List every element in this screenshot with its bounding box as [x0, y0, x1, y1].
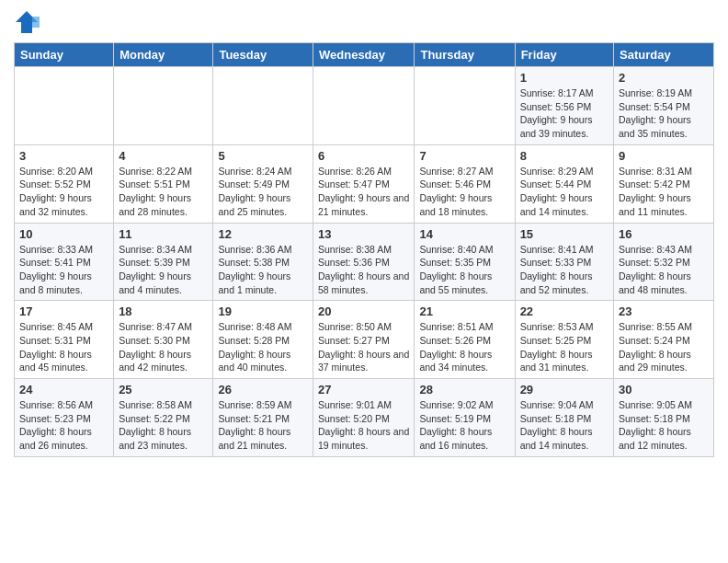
day-info: Sunrise: 9:02 AM Sunset: 5:19 PM Dayligh…	[419, 398, 509, 453]
day-number: 30	[619, 383, 709, 396]
day-info: Sunrise: 8:45 AM Sunset: 5:31 PM Dayligh…	[19, 320, 108, 374]
day-info: Sunrise: 8:43 AM Sunset: 5:32 PM Dayligh…	[619, 243, 709, 297]
day-info: Sunrise: 8:53 AM Sunset: 5:25 PM Dayligh…	[520, 320, 609, 374]
day-info: Sunrise: 9:01 AM Sunset: 5:20 PM Dayligh…	[318, 398, 409, 453]
calendar-cell-15: 15Sunrise: 8:41 AM Sunset: 5:33 PM Dayli…	[515, 223, 613, 301]
day-number: 14	[419, 227, 509, 241]
weekday-header-row: SundayMondayTuesdayWednesdayThursdayFrid…	[15, 43, 714, 67]
day-info: Sunrise: 8:33 AM Sunset: 5:41 PM Dayligh…	[19, 243, 108, 297]
day-number: 4	[119, 149, 208, 163]
calendar-cell-4: 4Sunrise: 8:22 AM Sunset: 5:51 PM Daylig…	[114, 144, 213, 223]
calendar-cell-13: 13Sunrise: 8:38 AM Sunset: 5:36 PM Dayli…	[313, 223, 415, 301]
calendar-cell-2: 2Sunrise: 8:19 AM Sunset: 5:54 PM Daylig…	[614, 67, 714, 145]
day-info: Sunrise: 8:20 AM Sunset: 5:52 PM Dayligh…	[19, 165, 108, 219]
week-row-0: 1Sunrise: 8:17 AM Sunset: 5:56 PM Daylig…	[15, 67, 714, 145]
calendar-cell-18: 18Sunrise: 8:47 AM Sunset: 5:30 PM Dayli…	[114, 301, 213, 379]
day-number: 6	[318, 149, 409, 163]
weekday-header-sunday: Sunday	[15, 43, 114, 67]
calendar-cell-6: 6Sunrise: 8:26 AM Sunset: 5:47 PM Daylig…	[313, 144, 415, 223]
calendar-cell-26: 26Sunrise: 8:59 AM Sunset: 5:21 PM Dayli…	[213, 379, 313, 457]
day-number: 29	[520, 383, 609, 396]
calendar-cell-empty	[213, 67, 313, 145]
calendar-cell-empty	[313, 67, 415, 145]
day-info: Sunrise: 8:38 AM Sunset: 5:36 PM Dayligh…	[318, 243, 409, 297]
weekday-header-wednesday: Wednesday	[313, 43, 415, 67]
day-number: 10	[19, 227, 108, 241]
day-number: 7	[419, 149, 509, 163]
day-info: Sunrise: 8:24 AM Sunset: 5:49 PM Dayligh…	[218, 165, 308, 219]
day-number: 16	[619, 227, 709, 241]
day-number: 5	[218, 149, 308, 163]
calendar-cell-30: 30Sunrise: 9:05 AM Sunset: 5:18 PM Dayli…	[614, 379, 714, 457]
calendar-cell-9: 9Sunrise: 8:31 AM Sunset: 5:42 PM Daylig…	[614, 144, 714, 223]
calendar-cell-5: 5Sunrise: 8:24 AM Sunset: 5:49 PM Daylig…	[213, 144, 313, 223]
day-number: 20	[318, 304, 409, 318]
calendar-cell-3: 3Sunrise: 8:20 AM Sunset: 5:52 PM Daylig…	[15, 144, 114, 223]
calendar-cell-28: 28Sunrise: 9:02 AM Sunset: 5:19 PM Dayli…	[415, 379, 515, 457]
day-info: Sunrise: 8:59 AM Sunset: 5:21 PM Dayligh…	[218, 398, 308, 453]
day-info: Sunrise: 8:27 AM Sunset: 5:46 PM Dayligh…	[419, 165, 509, 219]
calendar-cell-empty	[15, 67, 114, 145]
weekday-header-tuesday: Tuesday	[213, 43, 313, 67]
calendar-cell-1: 1Sunrise: 8:17 AM Sunset: 5:56 PM Daylig…	[515, 67, 613, 145]
day-info: Sunrise: 8:55 AM Sunset: 5:24 PM Dayligh…	[619, 320, 709, 374]
day-info: Sunrise: 8:50 AM Sunset: 5:27 PM Dayligh…	[318, 320, 409, 374]
day-info: Sunrise: 9:04 AM Sunset: 5:18 PM Dayligh…	[520, 398, 609, 453]
day-number: 27	[318, 383, 409, 396]
calendar-cell-19: 19Sunrise: 8:48 AM Sunset: 5:28 PM Dayli…	[213, 301, 313, 379]
calendar-cell-22: 22Sunrise: 8:53 AM Sunset: 5:25 PM Dayli…	[515, 301, 613, 379]
day-number: 19	[218, 304, 308, 318]
day-info: Sunrise: 8:56 AM Sunset: 5:23 PM Dayligh…	[19, 398, 108, 453]
day-info: Sunrise: 9:05 AM Sunset: 5:18 PM Dayligh…	[619, 398, 709, 453]
calendar-cell-20: 20Sunrise: 8:50 AM Sunset: 5:27 PM Dayli…	[313, 301, 415, 379]
weekday-header-thursday: Thursday	[415, 43, 515, 67]
calendar-cell-empty	[114, 67, 213, 145]
calendar-cell-16: 16Sunrise: 8:43 AM Sunset: 5:32 PM Dayli…	[614, 223, 714, 301]
page: SundayMondayTuesdayWednesdayThursdayFrid…	[0, 0, 728, 563]
day-info: Sunrise: 8:29 AM Sunset: 5:44 PM Dayligh…	[520, 165, 609, 219]
day-number: 24	[19, 383, 108, 396]
day-number: 3	[19, 149, 108, 163]
day-info: Sunrise: 8:58 AM Sunset: 5:22 PM Dayligh…	[119, 398, 208, 453]
calendar-cell-7: 7Sunrise: 8:27 AM Sunset: 5:46 PM Daylig…	[415, 144, 515, 223]
day-number: 12	[218, 227, 308, 241]
calendar-cell-empty	[415, 67, 515, 145]
day-number: 15	[520, 227, 609, 241]
day-info: Sunrise: 8:19 AM Sunset: 5:54 PM Dayligh…	[619, 86, 709, 141]
week-row-2: 10Sunrise: 8:33 AM Sunset: 5:41 PM Dayli…	[15, 223, 714, 301]
day-number: 26	[218, 383, 308, 396]
calendar-cell-21: 21Sunrise: 8:51 AM Sunset: 5:26 PM Dayli…	[415, 301, 515, 379]
weekday-header-saturday: Saturday	[614, 43, 714, 67]
day-info: Sunrise: 8:34 AM Sunset: 5:39 PM Dayligh…	[119, 243, 208, 297]
day-info: Sunrise: 8:41 AM Sunset: 5:33 PM Dayligh…	[520, 243, 609, 297]
day-number: 13	[318, 227, 409, 241]
calendar-cell-10: 10Sunrise: 8:33 AM Sunset: 5:41 PM Dayli…	[15, 223, 114, 301]
day-info: Sunrise: 8:40 AM Sunset: 5:35 PM Dayligh…	[419, 243, 509, 297]
day-number: 11	[119, 227, 208, 241]
day-number: 28	[419, 383, 509, 396]
calendar-cell-27: 27Sunrise: 9:01 AM Sunset: 5:20 PM Dayli…	[313, 379, 415, 457]
day-number: 18	[119, 304, 208, 318]
calendar-cell-17: 17Sunrise: 8:45 AM Sunset: 5:31 PM Dayli…	[15, 301, 114, 379]
svg-marker-1	[32, 17, 40, 28]
calendar-cell-23: 23Sunrise: 8:55 AM Sunset: 5:24 PM Dayli…	[614, 301, 714, 379]
week-row-3: 17Sunrise: 8:45 AM Sunset: 5:31 PM Dayli…	[15, 301, 714, 379]
day-number: 21	[419, 304, 509, 318]
calendar-cell-29: 29Sunrise: 9:04 AM Sunset: 5:18 PM Dayli…	[515, 379, 613, 457]
weekday-header-monday: Monday	[114, 43, 213, 67]
day-info: Sunrise: 8:47 AM Sunset: 5:30 PM Dayligh…	[119, 320, 208, 374]
day-info: Sunrise: 8:26 AM Sunset: 5:47 PM Dayligh…	[318, 165, 409, 219]
day-info: Sunrise: 8:51 AM Sunset: 5:26 PM Dayligh…	[419, 320, 509, 374]
calendar-cell-11: 11Sunrise: 8:34 AM Sunset: 5:39 PM Dayli…	[114, 223, 213, 301]
day-number: 8	[520, 149, 609, 163]
day-number: 2	[619, 71, 709, 85]
calendar-cell-14: 14Sunrise: 8:40 AM Sunset: 5:35 PM Dayli…	[415, 223, 515, 301]
calendar-cell-24: 24Sunrise: 8:56 AM Sunset: 5:23 PM Dayli…	[15, 379, 114, 457]
week-row-1: 3Sunrise: 8:20 AM Sunset: 5:52 PM Daylig…	[15, 144, 714, 223]
day-number: 25	[119, 383, 208, 396]
day-info: Sunrise: 8:36 AM Sunset: 5:38 PM Dayligh…	[218, 243, 308, 297]
day-info: Sunrise: 8:48 AM Sunset: 5:28 PM Dayligh…	[218, 320, 308, 374]
calendar-table: SundayMondayTuesdayWednesdayThursdayFrid…	[14, 42, 714, 457]
week-row-4: 24Sunrise: 8:56 AM Sunset: 5:23 PM Dayli…	[15, 379, 714, 457]
header	[14, 9, 714, 35]
